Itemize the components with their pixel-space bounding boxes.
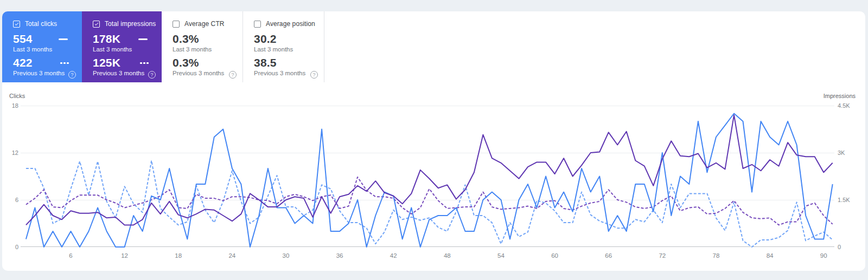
primary-caption: Last 3 months bbox=[254, 46, 317, 53]
secondary-value: 38.5 bbox=[254, 56, 277, 69]
left-axis-tick: 12 bbox=[2, 149, 18, 156]
metric-card-average-ctr[interactable]: Average CTR 0.3% Last 3 months 0.3% Prev… bbox=[162, 11, 243, 82]
right-axis-tick: 4.5K bbox=[838, 102, 850, 109]
primary-caption: Last 3 months bbox=[93, 46, 155, 53]
series-line-clicks-previous bbox=[26, 161, 833, 248]
x-axis-tick: 18 bbox=[175, 252, 182, 259]
chart-series-layer bbox=[26, 114, 833, 248]
primary-caption: Last 3 months bbox=[173, 46, 236, 53]
x-axis-tick: 54 bbox=[497, 252, 505, 259]
x-axis-tick: 66 bbox=[605, 252, 612, 259]
metric-card-average-position[interactable]: Average position 30.2 Last 3 months 38.5… bbox=[243, 11, 324, 82]
x-axis-tick: 60 bbox=[551, 252, 558, 259]
x-axis-tick: 78 bbox=[713, 252, 720, 259]
primary-value: 554 bbox=[13, 32, 33, 45]
x-axis-tick: 24 bbox=[228, 252, 235, 259]
left-axis-tick: 6 bbox=[2, 197, 18, 203]
checkbox-total-clicks-checked-icon[interactable] bbox=[13, 21, 20, 28]
x-axis-tick: 90 bbox=[820, 252, 827, 259]
secondary-caption: Previous 3 months bbox=[254, 70, 317, 76]
dashed-line-legend-icon bbox=[60, 62, 69, 64]
card-label: Total impressions bbox=[105, 20, 156, 28]
metric-card-total-impressions[interactable]: Total impressions 178K Last 3 months 125… bbox=[82, 11, 162, 82]
card-label: Average CTR bbox=[184, 20, 225, 28]
series-line-clicks-current bbox=[26, 114, 833, 248]
secondary-caption: Previous 3 months bbox=[173, 70, 236, 76]
primary-caption: Last 3 months bbox=[13, 46, 75, 53]
card-label: Average position bbox=[266, 20, 315, 28]
checkbox-average-position-unchecked-icon[interactable] bbox=[254, 21, 261, 28]
secondary-value: 422 bbox=[13, 56, 33, 69]
right-axis-tick: 3K bbox=[838, 149, 845, 156]
performance-line-chart[interactable] bbox=[21, 106, 834, 248]
primary-value: 30.2 bbox=[254, 32, 277, 45]
secondary-value: 125K bbox=[93, 56, 120, 69]
secondary-caption: Previous 3 months bbox=[93, 70, 155, 76]
x-axis-tick: 6 bbox=[69, 252, 72, 259]
help-icon[interactable]: ? bbox=[148, 71, 156, 79]
dashed-line-legend-icon bbox=[140, 62, 149, 64]
left-axis-tick: 0 bbox=[2, 244, 18, 250]
help-icon[interactable]: ? bbox=[68, 71, 76, 79]
right-axis-tick: 0 bbox=[838, 244, 841, 250]
metric-card-total-clicks[interactable]: Total clicks 554 Last 3 months 422 Previ… bbox=[2, 11, 82, 82]
left-axis-tick: 18 bbox=[2, 102, 18, 109]
card-label: Total clicks bbox=[25, 20, 57, 28]
checkbox-total-impressions-checked-icon[interactable] bbox=[93, 21, 100, 28]
x-axis-tick: 30 bbox=[283, 252, 290, 259]
primary-value: 178K bbox=[93, 32, 120, 45]
secondary-caption: Previous 3 months bbox=[13, 70, 75, 76]
page-background: { "metric_cards": [ { "id":"total-clicks… bbox=[0, 0, 868, 280]
x-axis-tick: 12 bbox=[121, 252, 128, 259]
help-icon[interactable]: ? bbox=[229, 71, 237, 79]
metric-cards-row: Total clicks 554 Last 3 months 422 Previ… bbox=[2, 11, 324, 82]
x-axis-tick: 72 bbox=[659, 252, 666, 259]
x-axis-tick: 42 bbox=[390, 252, 397, 259]
help-icon[interactable]: ? bbox=[310, 71, 318, 79]
x-axis-labels: 61218243036424854606672788490 bbox=[21, 252, 834, 261]
solid-line-legend-icon bbox=[138, 38, 148, 40]
left-axis-title: Clicks bbox=[9, 93, 25, 99]
right-axis-title: Impressions bbox=[824, 93, 856, 99]
secondary-value: 0.3% bbox=[173, 56, 199, 69]
right-axis-tick: 1.5K bbox=[838, 197, 850, 203]
x-axis-tick: 84 bbox=[767, 252, 774, 259]
primary-value: 0.3% bbox=[173, 32, 199, 45]
x-axis-tick: 48 bbox=[444, 252, 451, 259]
series-line-impressions-current bbox=[26, 115, 833, 225]
solid-line-legend-icon bbox=[59, 38, 68, 40]
checkbox-average-ctr-unchecked-icon[interactable] bbox=[173, 21, 180, 28]
x-axis-tick: 36 bbox=[336, 252, 343, 259]
